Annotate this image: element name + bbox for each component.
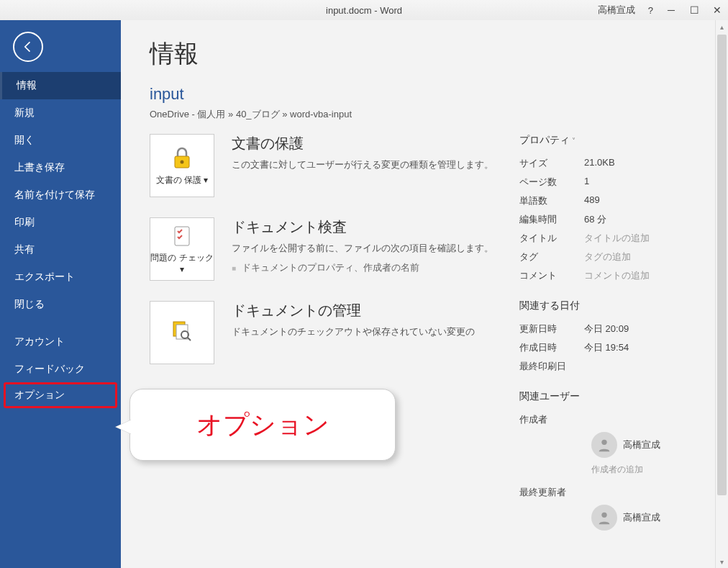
properties-panel: プロパティ サイズ21.0KB ページ数1 単語数489 編集時間68 分 タイ… [519,134,706,548]
nav-open[interactable]: 開く [0,127,121,154]
arrow-left-icon [21,40,35,54]
prop-created: 作成日時今日 19:54 [519,338,706,357]
section-protect: 文書の 保護 ▾ 文書の保護 この文書に対してユーザーが行える変更の種類を管理し… [150,134,498,197]
protect-title: 文書の保護 [232,134,498,153]
window-title: input.docm - Word [326,5,402,16]
nav-new[interactable]: 新規 [0,99,121,127]
nav-options[interactable]: オプション [4,383,117,407]
inspect-title: ドキュメント検査 [232,217,498,237]
section-inspect: 問題の チェック ▾ ドキュメント検査 ファイルを公開する前に、ファイルの次の項… [150,217,498,281]
prop-tag[interactable]: タグタグの追加 [519,248,706,266]
backstage-sidebar: 情報 新規 開く 上書き保存 名前を付けて保存 印刷 共有 エクスポート 閉じる… [0,20,121,568]
manage-desc: ドキュメントのチェックアウトや保存されていない変更の [232,325,498,339]
main-panel: 情報 input OneDrive - 個人用 » 40_ブログ » word-… [121,20,728,568]
nav-account[interactable]: アカウント [0,328,121,356]
avatar-icon [591,432,617,458]
page-title: 情報 [150,37,706,71]
callout-text: オプション [196,407,329,443]
prop-last-printed: 最終印刷日 [519,357,706,376]
last-modified-entry[interactable]: 高橋宣成 [591,502,706,533]
protect-button-label: 文書の 保護 ▾ [156,175,209,186]
nav-export[interactable]: エクスポート [0,263,121,291]
nav-print[interactable]: 印刷 [0,209,121,236]
lock-icon [169,145,195,171]
titlebar: input.docm - Word 高橋宣成 ? ─ ☐ ✕ [0,0,728,20]
prop-author-row: 作成者 [519,410,706,429]
protect-desc: この文書に対してユーザーが行える変更の種類を管理します。 [232,158,498,172]
scroll-up-icon[interactable]: ▴ [716,20,728,33]
inspect-button-label: 問題の チェック ▾ [150,253,214,275]
scrollbar[interactable]: ▴ ▾ [715,20,728,568]
user-name[interactable]: 高橋宣成 [598,4,635,17]
minimize-button[interactable]: ─ [666,5,676,15]
document-name: input [150,85,706,104]
avatar-icon [591,505,617,531]
nav-feedback[interactable]: フィードバック [0,356,121,383]
dates-heading: 関連する日付 [519,299,706,312]
breadcrumb[interactable]: OneDrive - 個人用 » 40_ブログ » word-vba-input [150,108,706,121]
last-modified-name: 高橋宣成 [623,511,660,524]
inspect-desc: ファイルを公開する前に、ファイルの次の項目を確認します。 [232,241,498,256]
svg-point-7 [601,440,606,445]
users-heading: 関連ユーザー [519,390,706,403]
svg-line-6 [188,338,191,341]
author-name: 高橋宣成 [623,438,660,451]
author-entry[interactable]: 高橋宣成 [591,429,706,461]
help-button[interactable]: ? [648,5,653,16]
protect-document-button[interactable]: 文書の 保護 ▾ [150,134,214,197]
nav-close[interactable]: 閉じる [0,291,121,318]
add-author[interactable]: 作成者の追加 [591,464,706,476]
nav-save-as[interactable]: 名前を付けて保存 [0,181,121,209]
annotation-callout: オプション [129,389,396,461]
close-button[interactable]: ✕ [712,5,722,15]
svg-point-1 [181,161,184,164]
back-button[interactable] [13,32,43,62]
checklist-icon [169,222,195,248]
properties-heading[interactable]: プロパティ [519,134,706,147]
inspect-document-button[interactable]: 問題の チェック ▾ [150,217,214,281]
nav-share[interactable]: 共有 [0,236,121,263]
nav-info[interactable]: 情報 [0,72,121,99]
maximize-button[interactable]: ☐ [689,5,699,15]
prop-edit-time: 編集時間68 分 [519,210,706,229]
section-manage: ドキュメントの管理 ドキュメントのチェックアウトや保存されていない変更の [150,301,498,364]
prop-comment[interactable]: コメントコメントの追加 [519,266,706,285]
prop-title[interactable]: タイトルタイトルの追加 [519,229,706,248]
prop-words: 単語数489 [519,191,706,210]
nav-save[interactable]: 上書き保存 [0,154,121,181]
prop-modified: 更新日時今日 20:09 [519,320,706,338]
inspect-sub: ドキュメントのプロパティ、作成者の名前 [232,261,498,274]
manage-document-button[interactable] [150,301,214,364]
prop-last-modified-by-row: 最終更新者 [519,483,706,502]
scrollbar-thumb[interactable] [717,35,727,495]
svg-point-8 [601,513,606,518]
scroll-down-icon[interactable]: ▾ [716,555,728,568]
prop-size: サイズ21.0KB [519,154,706,173]
manage-title: ドキュメントの管理 [232,301,498,320]
documents-search-icon [169,317,195,343]
prop-pages: ページ数1 [519,173,706,191]
